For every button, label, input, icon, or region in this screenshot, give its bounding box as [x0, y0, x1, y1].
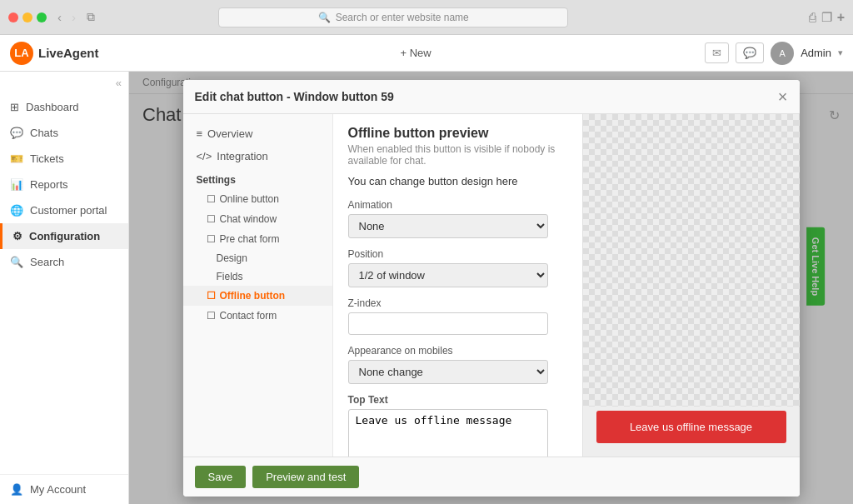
configuration-icon: ⚙ — [12, 230, 22, 242]
form-group-appearance: Appearance on mobiles None change Hide S… — [348, 345, 567, 384]
sidebar-label-chats: Chats — [30, 127, 58, 139]
form-group-position: Position 1/2 of window 1/3 of window 2/3… — [348, 248, 567, 287]
browser-dots — [8, 12, 47, 22]
top-bar-right: ✉ 💬 A Admin ▾ — [705, 42, 843, 65]
logo-area: LA LiveAgent — [10, 42, 127, 65]
overview-label: Overview — [207, 127, 252, 140]
logo-text: LiveAgent — [38, 46, 99, 60]
modal-close-button[interactable]: × — [778, 88, 788, 105]
sidebar-label-reports: Reports — [30, 178, 68, 191]
modal-body: ≡ Overview </> Integration Settings ☐ On… — [183, 114, 800, 457]
sidebar: « ⊞ Dashboard 💬 Chats 🎫 Tickets 📊 Report… — [0, 72, 129, 504]
overview-icon: ≡ — [197, 127, 203, 140]
modal-nav-fields[interactable]: Fields — [183, 267, 332, 286]
chat-window-icon: ☐ — [207, 213, 216, 225]
appearance-label: Appearance on mobiles — [348, 345, 567, 357]
customer-portal-icon: 🌐 — [10, 204, 23, 217]
duplicate-button[interactable]: ❐ — [821, 10, 832, 25]
modal-footer: Save Preview and test — [183, 457, 800, 497]
chat-window-label: Chat window — [220, 213, 277, 225]
form-group-top-text: Top Text Leave us offline message — [348, 394, 567, 457]
dot-red — [8, 12, 18, 22]
position-label: Position — [348, 248, 567, 260]
sidebar-item-my-account[interactable]: 👤 My Account — [0, 475, 128, 504]
appearance-select[interactable]: None change Hide Show — [348, 360, 548, 384]
modal-nav-online-button[interactable]: ☐ Online button — [183, 189, 332, 209]
search-sidebar-icon: 🔍 — [10, 256, 23, 268]
online-btn-icon: ☐ — [207, 193, 216, 205]
animation-select[interactable]: None Fade Slide — [348, 214, 548, 238]
modal-nav-chat-window[interactable]: ☐ Chat window — [183, 209, 332, 229]
sidebar-item-dashboard[interactable]: ⊞ Dashboard — [0, 94, 128, 120]
app-container: LA LiveAgent + New ✉ 💬 A Admin ▾ « ⊞ Das… — [0, 35, 853, 504]
preview-checkerboard — [583, 114, 800, 407]
admin-label[interactable]: Admin — [801, 47, 831, 59]
integration-label: Integration — [217, 150, 267, 162]
dot-yellow — [22, 12, 32, 22]
contact-form-label: Contact form — [220, 310, 277, 322]
modal-change-note: You can change button design here — [348, 175, 567, 187]
back-button[interactable]: ‹ — [53, 8, 66, 26]
modal-nav-design[interactable]: Design — [183, 249, 332, 267]
modal-overlay: Edit chat button - Window button 59 × ≡ … — [129, 72, 853, 504]
chats-icon: 💬 — [10, 127, 23, 139]
zindex-label: Z-index — [348, 297, 567, 309]
animation-label: Animation — [348, 199, 567, 211]
sidebar-item-tickets[interactable]: 🎫 Tickets — [0, 146, 128, 172]
sidebar-label-dashboard: Dashboard — [26, 101, 79, 113]
fields-label: Fields — [217, 271, 243, 282]
integration-icon: </> — [197, 150, 212, 162]
sidebar-item-search[interactable]: 🔍 Search — [0, 249, 128, 275]
sidebar-label-tickets: Tickets — [30, 152, 64, 165]
form-group-animation: Animation None Fade Slide — [348, 199, 567, 238]
modal-nav-pre-chat-form[interactable]: ☐ Pre chat form — [183, 229, 332, 249]
modal-nav-offline-button[interactable]: ☐ Offline button — [183, 286, 332, 306]
position-select[interactable]: 1/2 of window 1/3 of window 2/3 of windo… — [348, 263, 548, 287]
sidebar-label-configuration: Configuration — [29, 230, 100, 242]
sidebar-item-chats[interactable]: 💬 Chats — [0, 120, 128, 146]
sidebar-item-configuration[interactable]: ⚙ Configuration — [0, 223, 128, 249]
avatar: A — [771, 42, 794, 65]
share-button[interactable]: ⎙ — [809, 10, 816, 25]
collapse-sidebar-button[interactable]: « — [116, 77, 122, 89]
sidebar-item-customer-portal[interactable]: 🌐 Customer portal — [0, 197, 128, 223]
address-bar[interactable]: 🔍 Search or enter website name — [218, 7, 568, 27]
page-area: Configuration Chat Buttons ↻ Get Live He… — [129, 72, 853, 504]
form-group-zindex: Z-index — [348, 297, 567, 335]
preview-and-test-button[interactable]: Preview and test — [252, 466, 359, 488]
online-button-label: Online button — [220, 193, 279, 205]
my-account-icon: 👤 — [10, 483, 23, 496]
top-bar: LA LiveAgent + New ✉ 💬 A Admin ▾ — [0, 35, 853, 72]
top-text-label: Top Text — [348, 394, 567, 406]
modal-nav-overview[interactable]: ≡ Overview — [183, 122, 332, 145]
email-icon-btn[interactable]: ✉ — [705, 42, 729, 63]
forward-button[interactable]: › — [67, 8, 80, 26]
sidebar-item-reports[interactable]: 📊 Reports — [0, 172, 128, 197]
modal-section-subtitle: When enabled this button is visible if n… — [348, 143, 567, 167]
modal-title: Edit chat button - Window button 59 — [195, 90, 394, 103]
offline-preview-button[interactable]: Leave us offline message — [596, 411, 786, 443]
new-tab-button[interactable]: + — [837, 10, 845, 25]
new-button[interactable]: + New — [392, 43, 439, 62]
modal-nav-settings-section: Settings — [183, 167, 332, 189]
dot-green — [37, 12, 47, 22]
chat-icon-btn[interactable]: 💬 — [736, 42, 764, 63]
modal-preview-panel: Leave us offline message — [583, 114, 800, 457]
save-button[interactable]: Save — [195, 466, 247, 488]
browser-nav: ‹ › — [53, 8, 80, 26]
browser-right-actions: ⎙ ❐ + — [809, 10, 845, 25]
sidebar-label-my-account: My Account — [30, 483, 86, 496]
design-label: Design — [217, 252, 247, 264]
modal-nav-contact-form[interactable]: ☐ Contact form — [183, 306, 332, 326]
top-text-textarea[interactable]: Leave us offline message — [348, 409, 548, 457]
modal-header: Edit chat button - Window button 59 × — [183, 80, 800, 114]
offline-btn-icon: ☐ — [207, 290, 216, 302]
reports-icon: 📊 — [10, 178, 23, 191]
pre-chat-icon: ☐ — [207, 233, 216, 245]
search-icon: 🔍 — [318, 12, 331, 23]
modal-nav-integration[interactable]: </> Integration — [183, 145, 332, 167]
pre-chat-form-label: Pre chat form — [220, 233, 280, 245]
window-toggle-button[interactable]: ⧉ — [87, 10, 95, 24]
zindex-input[interactable] — [348, 312, 548, 335]
logo-icon: LA — [10, 42, 33, 65]
